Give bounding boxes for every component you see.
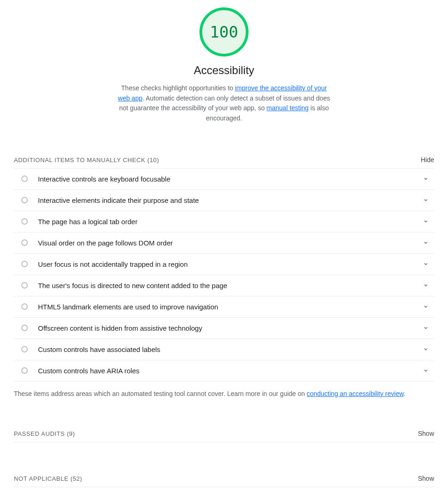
section-count: (52) — [70, 475, 82, 482]
audit-title: Offscreen content is hidden from assisti… — [38, 324, 423, 332]
category-description: These checks highlight opportunities to … — [118, 83, 330, 124]
status-circle-icon — [21, 176, 28, 182]
audit-item[interactable]: The page has a logical tab order — [14, 211, 434, 232]
chevron-down-icon — [423, 368, 429, 373]
audit-item[interactable]: HTML5 landmark elements are used to impr… — [14, 296, 434, 318]
section-header[interactable]: NOT APPLICABLE (52) Show — [14, 475, 434, 487]
footer-text: These items address areas which an autom… — [14, 390, 307, 397]
score-value: 100 — [210, 23, 238, 41]
status-circle-icon — [21, 303, 28, 310]
audit-title: Interactive elements indicate their purp… — [38, 196, 423, 204]
chevron-down-icon — [423, 240, 429, 245]
audit-title: Visual order on the page follows DOM ord… — [38, 239, 423, 247]
audit-title: Interactive controls are keyboard focusa… — [38, 175, 423, 183]
status-circle-icon — [21, 282, 28, 289]
score-gauge-section: 100 Accessibility These checks highlight… — [14, 0, 434, 124]
audit-title: Custom controls have ARIA roles — [38, 367, 423, 375]
audit-item[interactable]: Custom controls have associated labels — [14, 339, 434, 360]
status-circle-icon — [21, 239, 28, 246]
status-circle-icon — [21, 325, 28, 331]
section-count: (9) — [67, 430, 75, 437]
chevron-down-icon — [423, 219, 429, 224]
section-header[interactable]: PASSED AUDITS (9) Show — [14, 430, 434, 442]
section-title: PASSED AUDITS (9) — [14, 430, 75, 437]
section-label: ADDITIONAL ITEMS TO MANUALLY CHECK — [14, 157, 145, 163]
audit-title: The user's focus is directed to new cont… — [38, 282, 423, 289]
audit-item[interactable]: Visual order on the page follows DOM ord… — [14, 232, 434, 254]
show-toggle[interactable]: Show — [418, 475, 434, 482]
audit-title: User focus is not accidentally trapped i… — [38, 260, 423, 268]
audit-item[interactable]: Interactive elements indicate their purp… — [14, 190, 434, 211]
score-gauge: 100 — [199, 7, 249, 57]
show-toggle[interactable]: Show — [418, 430, 434, 437]
category-title: Accessibility — [194, 64, 255, 77]
status-circle-icon — [21, 261, 28, 267]
audit-list: Interactive controls are keyboard focusa… — [14, 169, 434, 382]
chevron-down-icon — [423, 261, 429, 267]
audit-title: The page has a logical tab order — [38, 218, 423, 226]
manual-testing-link[interactable]: manual testing — [267, 104, 309, 112]
audit-title: Custom controls have associated labels — [38, 346, 423, 353]
section-count: (10) — [147, 157, 159, 163]
audit-item[interactable]: The user's focus is directed to new cont… — [14, 275, 434, 296]
passed-audits-section: PASSED AUDITS (9) Show — [14, 430, 434, 442]
status-circle-icon — [21, 197, 28, 203]
section-title: ADDITIONAL ITEMS TO MANUALLY CHECK (10) — [14, 157, 159, 163]
section-label: NOT APPLICABLE — [14, 475, 68, 482]
desc-text: These checks highlight opportunities to — [121, 84, 235, 92]
section-footer-note: These items address areas which an autom… — [14, 390, 434, 397]
section-label: PASSED AUDITS — [14, 430, 65, 437]
chevron-down-icon — [423, 197, 429, 203]
footer-text: . — [404, 390, 405, 397]
status-circle-icon — [21, 218, 28, 225]
not-applicable-section: NOT APPLICABLE (52) Show — [14, 475, 434, 487]
section-title: NOT APPLICABLE (52) — [14, 475, 82, 482]
chevron-down-icon — [423, 346, 429, 352]
audit-item[interactable]: Offscreen content is hidden from assisti… — [14, 318, 434, 339]
section-header[interactable]: ADDITIONAL ITEMS TO MANUALLY CHECK (10) … — [14, 156, 434, 169]
audit-item[interactable]: User focus is not accidentally trapped i… — [14, 254, 434, 275]
chevron-down-icon — [423, 325, 429, 331]
chevron-down-icon — [423, 176, 429, 182]
audit-item[interactable]: Custom controls have ARIA roles — [14, 360, 434, 382]
accessibility-review-link[interactable]: conducting an accessibility review — [307, 390, 404, 397]
audit-title: HTML5 landmark elements are used to impr… — [38, 303, 423, 311]
audit-item[interactable]: Interactive controls are keyboard focusa… — [14, 169, 434, 190]
chevron-down-icon — [423, 283, 429, 288]
hide-toggle[interactable]: Hide — [421, 156, 434, 163]
status-circle-icon — [21, 367, 28, 374]
status-circle-icon — [21, 346, 28, 352]
manual-checks-section: ADDITIONAL ITEMS TO MANUALLY CHECK (10) … — [14, 156, 434, 397]
chevron-down-icon — [423, 304, 429, 309]
